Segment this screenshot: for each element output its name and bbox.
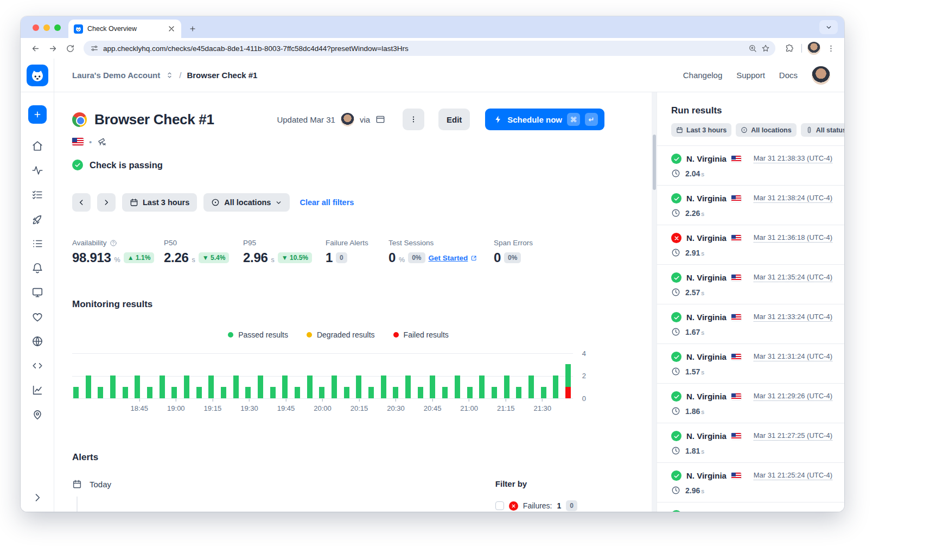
chart-bar[interactable] — [344, 387, 349, 398]
run-result-row[interactable]: N. VirginiaMar 31 21:25:24 (UTC-4)2.96s — [657, 463, 844, 502]
chart-bar[interactable] — [110, 376, 116, 398]
back-button[interactable] — [28, 41, 42, 55]
chart-bar[interactable] — [135, 376, 140, 398]
chart-bar[interactable] — [405, 376, 411, 398]
zoom-page-icon[interactable] — [748, 44, 757, 53]
legend-failed-results[interactable]: Failed results — [393, 330, 449, 339]
reload-button[interactable] — [63, 41, 77, 55]
browser-tab[interactable]: Check Overview — [68, 20, 181, 38]
get-started-link[interactable]: Get Started — [429, 254, 478, 262]
chart-bar[interactable] — [86, 376, 91, 398]
chart-bar[interactable] — [123, 387, 128, 398]
account-switcher[interactable]: Laura's Demo Account — [72, 71, 160, 80]
chart-bar[interactable] — [319, 387, 324, 398]
sidebar-expand-chevron-icon[interactable] — [32, 492, 43, 503]
browser-menu-icon[interactable] — [824, 41, 838, 55]
chart-bar[interactable] — [467, 387, 473, 398]
run-result-row[interactable]: N. VirginiaMar 31 21:33:24 (UTC-4)1.67s — [657, 304, 844, 344]
chart-icon[interactable] — [31, 384, 43, 396]
minimize-window-button[interactable] — [43, 24, 50, 31]
run-filter-badge-all-statuses[interactable]: All statuses — [801, 123, 844, 137]
monitor-icon[interactable] — [31, 287, 43, 298]
run-timestamp-link[interactable]: Mar 31 21:36:18 (UTC-4) — [754, 233, 832, 243]
chart-bar[interactable] — [196, 387, 202, 398]
chart-bar[interactable] — [295, 387, 300, 398]
run-result-row[interactable]: N. VirginiaMar 31 21:36:18 (UTC-4)2.91s — [657, 225, 844, 265]
chart-bar[interactable] — [565, 364, 571, 398]
previous-period-button[interactable] — [72, 193, 91, 212]
run-timestamp-link[interactable]: Mar 31 21:38:24 (UTC-4) — [754, 194, 832, 203]
run-timestamp-link[interactable]: Mar 31 21:27:25 (UTC-4) — [754, 431, 832, 441]
run-timestamp-link[interactable]: Mar 31 21:33:24 (UTC-4) — [754, 313, 832, 322]
run-timestamp-link[interactable]: Mar 31 21:23:24 (UTC-4) — [754, 511, 832, 512]
code-icon[interactable] — [31, 360, 43, 372]
zoom-window-button[interactable] — [54, 24, 61, 31]
run-result-row[interactable]: N. VirginiaMar 31 21:29:26 (UTC-4)1.86s — [657, 384, 844, 423]
chart-bar[interactable] — [418, 387, 423, 398]
edit-button[interactable]: Edit — [438, 109, 470, 130]
run-result-row[interactable]: N. VirginiaMar 31 21:38:33 (UTC-4)2.04s — [657, 146, 844, 186]
chart-bar[interactable] — [356, 376, 361, 398]
run-filter-badge-last-3-hours[interactable]: Last 3 hours — [671, 123, 731, 137]
chart-bar[interactable] — [184, 376, 189, 398]
tab-close-icon[interactable] — [167, 24, 176, 33]
chart-bar[interactable] — [208, 376, 214, 398]
tab-search-chevron-button[interactable] — [819, 20, 838, 34]
help-icon[interactable] — [110, 239, 117, 247]
browser-profile-avatar[interactable] — [807, 42, 820, 55]
close-window-button[interactable] — [33, 24, 39, 31]
chart-bar[interactable] — [160, 376, 165, 398]
user-avatar[interactable] — [812, 66, 830, 85]
run-timestamp-link[interactable]: Mar 31 21:31:24 (UTC-4) — [754, 352, 832, 361]
chart-bar[interactable] — [368, 387, 374, 398]
chart-bar[interactable] — [393, 387, 398, 398]
time-range-filter[interactable]: Last 3 hours — [122, 193, 197, 212]
chart-bar[interactable] — [516, 387, 521, 398]
scrollbar-thumb[interactable] — [653, 135, 656, 190]
next-period-button[interactable] — [97, 193, 116, 212]
url-bar[interactable]: app.checklyhq.com/checks/e45dacab-8de1-4… — [84, 41, 775, 56]
rocket-icon[interactable] — [31, 213, 43, 225]
locations-filter[interactable]: All locations — [203, 193, 290, 212]
chart-bar[interactable] — [528, 376, 534, 398]
checkly-logo-icon[interactable] — [27, 65, 48, 86]
globe-icon[interactable] — [31, 335, 43, 347]
chart-bar[interactable] — [307, 376, 313, 398]
main-scrollbar[interactable] — [652, 92, 657, 512]
nav-link-changelog[interactable]: Changelog — [683, 71, 723, 80]
chart-bar[interactable] — [332, 376, 337, 398]
updated-by-avatar[interactable] — [341, 113, 354, 126]
forward-button[interactable] — [46, 41, 60, 55]
more-options-button[interactable] — [403, 109, 424, 130]
checklist-icon[interactable] — [31, 189, 43, 201]
run-timestamp-link[interactable]: Mar 31 21:25:24 (UTC-4) — [754, 471, 832, 480]
nav-link-docs[interactable]: Docs — [779, 71, 798, 80]
chart-bar[interactable] — [381, 376, 386, 398]
run-filter-badge-all-locations[interactable]: All locations — [736, 123, 796, 137]
run-result-row[interactable]: N. VirginiaMar 31 21:23:24 (UTC-4)2.18s — [657, 502, 844, 512]
new-tab-button[interactable] — [186, 22, 200, 36]
chart-bar[interactable] — [258, 376, 263, 398]
nav-link-support[interactable]: Support — [736, 71, 765, 80]
run-result-row[interactable]: N. VirginiaMar 31 21:31:24 (UTC-4)1.57s — [657, 344, 844, 384]
run-timestamp-link[interactable]: Mar 31 21:38:33 (UTC-4) — [754, 154, 832, 163]
bell-icon[interactable] — [31, 262, 43, 274]
run-timestamp-link[interactable]: Mar 31 21:29:26 (UTC-4) — [754, 392, 832, 401]
chart-bar[interactable] — [479, 376, 485, 398]
pin-icon[interactable] — [31, 409, 43, 421]
chart-bar[interactable] — [270, 387, 276, 398]
chart-bar[interactable] — [147, 387, 152, 398]
chart-bar[interactable] — [553, 376, 558, 398]
chart-bar[interactable] — [455, 376, 460, 398]
runners-icon[interactable] — [31, 238, 43, 250]
run-timestamp-link[interactable]: Mar 31 21:35:24 (UTC-4) — [754, 273, 832, 282]
schedule-now-button[interactable]: Schedule now ⌘ ↵ — [485, 109, 604, 130]
legend-passed-results[interactable]: Passed results — [228, 330, 288, 339]
chart-bar[interactable] — [282, 376, 288, 398]
chart-bar[interactable] — [430, 376, 435, 398]
site-settings-icon[interactable] — [90, 44, 99, 53]
url-text[interactable]: app.checklyhq.com/checks/e45dacab-8de1-4… — [103, 44, 744, 53]
chart-bar[interactable] — [492, 387, 497, 398]
failures-checkbox[interactable] — [495, 501, 504, 510]
chart-bar[interactable] — [233, 376, 239, 398]
